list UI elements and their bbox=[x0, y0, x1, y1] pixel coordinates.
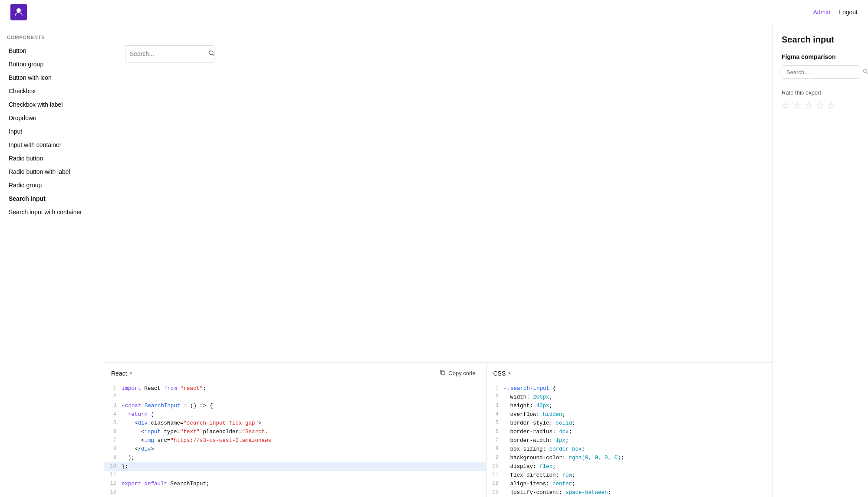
react-copy-button[interactable]: Copy code bbox=[436, 368, 479, 379]
svg-line-2 bbox=[213, 54, 214, 56]
react-label: React bbox=[111, 370, 127, 377]
figma-search-input[interactable] bbox=[786, 69, 859, 75]
code-line: 6 <input type="text" placeholder="Search… bbox=[104, 428, 486, 436]
code-line: 9 ); bbox=[104, 454, 486, 462]
code-line: 8 </div> bbox=[104, 445, 486, 454]
sidebar-item-checkbox[interactable]: Checkbox bbox=[7, 85, 97, 98]
css-label: CSS bbox=[493, 370, 506, 377]
star-3[interactable]: ☆ bbox=[804, 100, 813, 111]
code-line: 7 <img src="https://s3-us-west-2.amazona… bbox=[104, 436, 486, 445]
sidebar-item-search-input-with-container[interactable]: Search input with container bbox=[7, 206, 97, 219]
css-lang-selector[interactable]: CSS ▾ bbox=[493, 370, 511, 377]
sidebar: COMPONENTS Button Button group Button wi… bbox=[0, 24, 104, 497]
chevron-down-icon: ▾ bbox=[130, 371, 132, 376]
rate-label: Rate this export bbox=[782, 89, 859, 96]
figma-section-label: Figma comparison bbox=[782, 53, 859, 60]
logo bbox=[10, 4, 27, 20]
right-panel: Search input Figma comparison Rate this … bbox=[773, 24, 868, 497]
admin-link[interactable]: Admin bbox=[813, 9, 830, 16]
react-code-content: 1 import React from "react"; 2 3 ▾const … bbox=[104, 384, 486, 497]
figma-search-box bbox=[782, 65, 859, 79]
react-lang-selector[interactable]: React ▾ bbox=[111, 370, 132, 377]
code-line: 11 bbox=[104, 471, 486, 480]
main-content: React ▾ Copy code bbox=[104, 24, 868, 497]
code-line: 1 import React from "react"; bbox=[104, 384, 486, 393]
sidebar-item-search-input[interactable]: Search input bbox=[7, 192, 97, 206]
sidebar-item-dropdown[interactable]: Dropdown bbox=[7, 111, 97, 125]
chevron-down-icon: ▾ bbox=[508, 371, 510, 376]
sidebar-item-input[interactable]: Input bbox=[7, 125, 97, 138]
sidebar-section-label: COMPONENTS bbox=[7, 35, 97, 40]
header: Admin Logout bbox=[0, 0, 868, 24]
sidebar-item-input-with-container[interactable]: Input with container bbox=[7, 138, 97, 152]
react-copy-label: Copy code bbox=[448, 370, 475, 376]
react-panel: React ▾ Copy code bbox=[104, 363, 487, 497]
svg-rect-3 bbox=[441, 371, 445, 375]
figma-search-icon bbox=[863, 69, 868, 76]
sidebar-item-button-group[interactable]: Button group bbox=[7, 58, 97, 71]
sidebar-item-checkbox-with-label[interactable]: Checkbox with label bbox=[7, 98, 97, 111]
code-line: 10 }; bbox=[104, 462, 486, 471]
react-panel-header: React ▾ Copy code bbox=[104, 363, 486, 384]
sidebar-item-button-with-icon[interactable]: Button with icon bbox=[7, 71, 97, 85]
star-5[interactable]: ☆ bbox=[827, 100, 835, 111]
star-1[interactable]: ☆ bbox=[782, 100, 790, 111]
sidebar-item-radio-button-with-label[interactable]: Radio button with label bbox=[7, 165, 97, 179]
star-rating: ☆ ☆ ☆ ☆ ☆ bbox=[782, 100, 859, 111]
logout-link[interactable]: Logout bbox=[839, 9, 858, 16]
code-line: 4 return ( bbox=[104, 410, 486, 419]
logo-icon bbox=[13, 7, 24, 17]
header-nav: Admin Logout bbox=[813, 9, 858, 16]
sidebar-item-radio-group[interactable]: Radio group bbox=[7, 179, 97, 192]
code-line: 12 export default SearchInput; bbox=[104, 480, 486, 488]
svg-point-0 bbox=[16, 8, 21, 13]
layout: COMPONENTS Button Button group Button wi… bbox=[0, 24, 868, 497]
search-icon bbox=[208, 50, 214, 58]
sidebar-item-radio-button[interactable]: Radio button bbox=[7, 152, 97, 165]
search-input-preview bbox=[125, 45, 214, 62]
star-4[interactable]: ☆ bbox=[815, 100, 824, 111]
right-panel-title: Search input bbox=[782, 35, 859, 45]
code-line: 3 ▾const SearchInput = () => { bbox=[104, 402, 486, 410]
copy-icon bbox=[440, 369, 446, 377]
code-section: React ▾ Copy code bbox=[104, 362, 868, 497]
svg-line-6 bbox=[867, 72, 868, 74]
code-line: 2 bbox=[104, 393, 486, 402]
sidebar-item-button[interactable]: Button bbox=[7, 44, 97, 58]
star-2[interactable]: ☆ bbox=[793, 100, 802, 111]
preview-area bbox=[104, 24, 868, 362]
code-line: 5 <div className="search-input flex-gap"… bbox=[104, 419, 486, 428]
search-input-field[interactable] bbox=[130, 50, 206, 57]
code-line: 13 bbox=[104, 488, 486, 497]
